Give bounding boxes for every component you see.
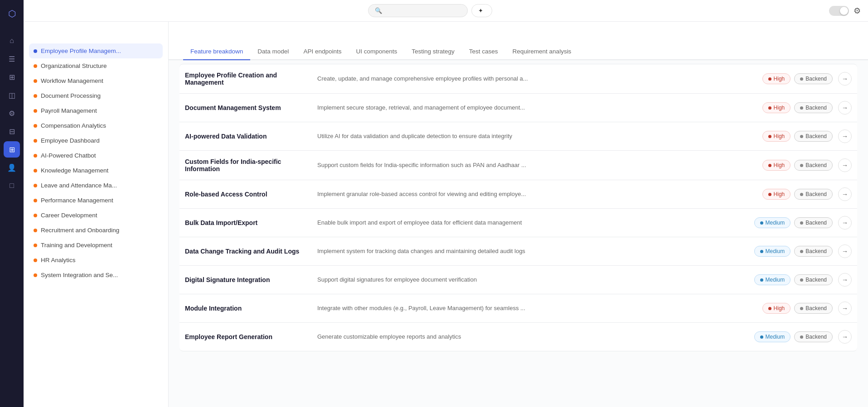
category-dot — [800, 335, 803, 339]
module-label: HR Analytics — [41, 257, 76, 263]
sidebar-item-hr-analytics[interactable]: HR Analytics — [29, 253, 163, 268]
tab-data-model[interactable]: Data model — [250, 43, 296, 60]
nav-box[interactable]: □ — [4, 177, 20, 194]
modules-list: Employee Profile Managem... Organization… — [24, 42, 168, 407]
feature-arrow-button[interactable]: → — [838, 302, 852, 315]
category-badge: Backend — [794, 246, 833, 257]
tab-ui-components[interactable]: UI components — [349, 43, 404, 60]
sidebar-item-employee-dashboard[interactable]: Employee Dashboard — [29, 133, 163, 148]
module-dot — [34, 109, 37, 113]
priority-label: High — [774, 76, 785, 82]
nav-logo[interactable]: ⬡ — [4, 5, 20, 22]
main-wrapper: 🔍 ✦ ⚙ Employee Profile Managem... Organi… — [24, 0, 868, 407]
priority-badge: High — [762, 73, 791, 84]
gear-icon[interactable]: ⚙ — [853, 6, 861, 16]
feature-desc: Support digital signatures for employee … — [317, 276, 749, 284]
module-dot — [34, 169, 37, 172]
module-dot — [34, 79, 37, 83]
priority-label: Medium — [766, 248, 785, 254]
nav-home[interactable]: ⌂ — [4, 33, 20, 49]
feature-arrow-button[interactable]: → — [838, 72, 852, 86]
feature-badges: High Backend — [762, 131, 833, 142]
left-panel: Employee Profile Managem... Organization… — [24, 22, 169, 407]
feature-arrow-button[interactable]: → — [838, 101, 852, 115]
sidebar-item-recruitment[interactable]: Recruitment and Onboarding — [29, 223, 163, 238]
sidebar-item-ai-chatbot[interactable]: AI-Powered Chatbot — [29, 148, 163, 163]
sidebar-item-leave-attendance[interactable]: Leave and Attendance Ma... — [29, 178, 163, 193]
module-label: Document Processing — [41, 92, 101, 99]
search-box[interactable]: 🔍 — [368, 4, 468, 17]
feature-name: Employee Report Generation — [185, 333, 312, 340]
sidebar-item-employee-profile[interactable]: Employee Profile Managem... — [29, 43, 163, 58]
module-dot — [34, 184, 37, 187]
tab-test-cases[interactable]: Test cases — [462, 43, 505, 60]
sidebar-item-career[interactable]: Career Development — [29, 208, 163, 223]
nav-layers[interactable]: ◫ — [4, 87, 20, 103]
module-dot — [34, 273, 37, 277]
priority-dot — [760, 250, 763, 253]
priority-dot — [760, 278, 763, 282]
feature-row: Bulk Data Import/Export Enable bulk impo… — [179, 209, 857, 237]
priority-badge: High — [762, 131, 791, 142]
sidebar-item-org-structure[interactable]: Organizational Structure — [29, 58, 163, 73]
tab-api-endpoints[interactable]: API endpoints — [296, 43, 349, 60]
module-label: System Integration and Se... — [41, 272, 118, 278]
module-label: Career Development — [41, 212, 97, 219]
priority-label: High — [774, 162, 785, 168]
sidebar-item-training[interactable]: Training and Development — [29, 238, 163, 253]
module-label: Workflow Management — [41, 77, 103, 84]
tab-feature-breakdown[interactable]: Feature breakdown — [183, 43, 250, 60]
feature-arrow-button[interactable]: → — [838, 273, 852, 287]
feature-badges: Medium Backend — [754, 217, 833, 228]
nav-table[interactable]: ⊞ — [4, 69, 20, 85]
nav-user[interactable]: 👤 — [4, 159, 20, 176]
module-dot — [34, 229, 37, 232]
chat-ai-button[interactable]: ✦ — [471, 4, 492, 17]
sidebar-item-knowledge[interactable]: Knowledge Management — [29, 163, 163, 178]
nav-grid[interactable]: ⊟ — [4, 123, 20, 139]
feature-arrow-button[interactable]: → — [838, 187, 852, 201]
category-label: Backend — [805, 76, 827, 82]
toggle-switch[interactable] — [829, 6, 849, 16]
nav-settings[interactable]: ⚙ — [4, 105, 20, 121]
feature-arrow-button[interactable]: → — [838, 129, 852, 143]
category-dot — [800, 164, 803, 167]
sidebar-item-payroll[interactable]: Payroll Management — [29, 103, 163, 118]
module-dot — [34, 154, 37, 158]
category-badge: Backend — [794, 303, 833, 314]
sidebar-item-performance[interactable]: Performance Management — [29, 193, 163, 208]
nav-doc[interactable]: ☰ — [4, 51, 20, 67]
sidebar-item-system-integration[interactable]: System Integration and Se... — [29, 268, 163, 283]
search-icon: 🔍 — [375, 7, 382, 14]
nav-modules[interactable]: ⊞ — [4, 141, 20, 158]
module-label: Training and Development — [41, 242, 112, 249]
feature-name: Data Change Tracking and Audit Logs — [185, 248, 312, 255]
priority-badge: Medium — [754, 217, 791, 228]
feature-arrow-button[interactable]: → — [838, 158, 852, 172]
feature-desc: Generate customizable employee reports a… — [317, 333, 749, 341]
feature-desc: Integrate with other modules (e.g., Payr… — [317, 304, 757, 312]
sidebar-item-document-processing[interactable]: Document Processing — [29, 88, 163, 103]
feature-arrow-button[interactable]: → — [838, 216, 852, 230]
sidebar-item-workflow[interactable]: Workflow Management — [29, 73, 163, 88]
category-badge: Backend — [794, 274, 833, 285]
tab-testing-strategy[interactable]: Testing strategy — [404, 43, 462, 60]
sidebar-item-compensation[interactable]: Compensation Analytics — [29, 118, 163, 133]
feature-badges: High Backend — [762, 303, 833, 314]
priority-dot — [768, 135, 771, 138]
topbar-center: 🔍 ✦ — [368, 4, 492, 17]
category-dot — [800, 106, 803, 110]
module-label: AI-Powered Chatbot — [41, 152, 96, 159]
priority-label: High — [774, 133, 785, 139]
priority-label: Medium — [766, 220, 785, 226]
module-dot — [34, 49, 37, 53]
feature-name: Bulk Data Import/Export — [185, 219, 312, 226]
feature-arrow-button[interactable]: → — [838, 244, 852, 258]
category-dot — [800, 221, 803, 225]
priority-badge: High — [762, 102, 791, 113]
content-area: Employee Profile Managem... Organization… — [24, 22, 868, 407]
feature-desc: Implement secure storage, retrieval, and… — [317, 104, 757, 112]
feature-arrow-button[interactable]: → — [838, 330, 852, 344]
tab-requirement-analysis[interactable]: Requirement analysis — [505, 43, 579, 60]
module-label: Organizational Structure — [41, 62, 107, 69]
